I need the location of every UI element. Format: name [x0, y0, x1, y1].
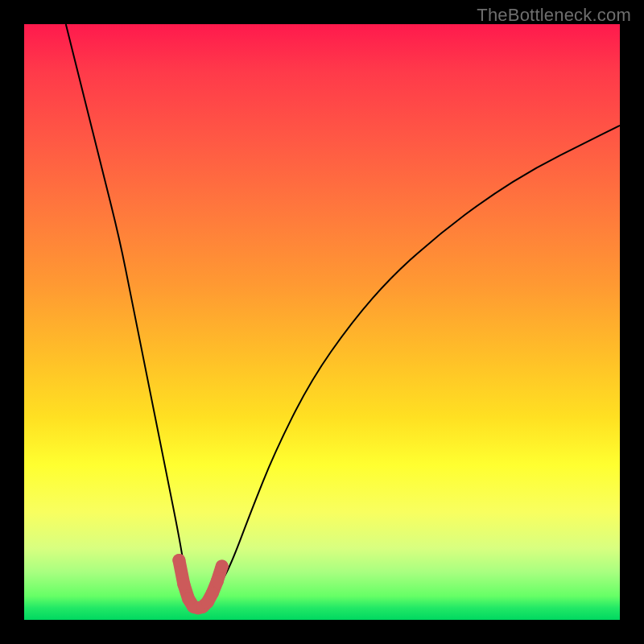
bottleneck-curve-path [66, 24, 620, 608]
optimal-range-marker [172, 554, 228, 614]
chart-svg [24, 24, 620, 620]
optimal-range-marker-dot [177, 578, 190, 591]
bottleneck-curve [66, 24, 620, 608]
optimal-range-marker-dot [172, 554, 185, 567]
chart-frame: TheBottleneck.com [0, 0, 644, 644]
watermark-text: TheBottleneck.com [477, 5, 631, 26]
optimal-range-marker-dot [216, 559, 229, 572]
optimal-range-marker-dot [211, 575, 224, 588]
optimal-range-marker-dot [206, 587, 219, 600]
chart-plot-area [24, 24, 620, 620]
